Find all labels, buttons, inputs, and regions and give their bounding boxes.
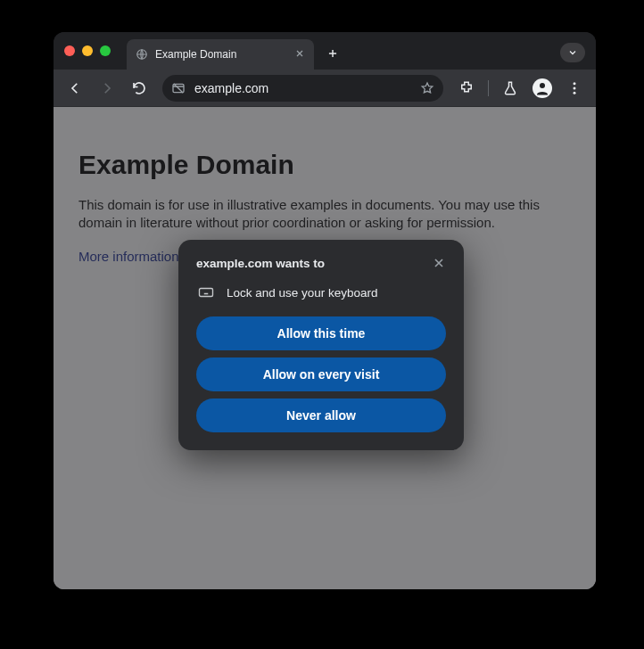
tab-title: Example Domain: [155, 48, 287, 61]
toolbar: example.com: [54, 70, 596, 107]
dialog-close-button[interactable]: [432, 256, 446, 270]
menu-button[interactable]: [560, 74, 589, 103]
forward-button[interactable]: [93, 74, 121, 103]
extensions-button[interactable]: [452, 74, 481, 103]
permission-text: Lock and use your keyboard: [227, 286, 378, 300]
allow-once-button[interactable]: Allow this time: [196, 316, 446, 350]
keyboard-icon: [198, 284, 214, 300]
svg-point-2: [540, 83, 545, 88]
toolbar-divider: [488, 80, 489, 96]
browser-window: Example Domain example.com: [54, 32, 596, 589]
new-tab-button[interactable]: [321, 42, 344, 65]
titlebar: Example Domain: [54, 32, 596, 70]
tab-overflow-button[interactable]: [560, 43, 585, 62]
globe-icon: [136, 48, 148, 61]
permission-row: Lock and use your keyboard: [198, 284, 446, 300]
svg-rect-6: [200, 289, 213, 297]
window-close-button[interactable]: [64, 45, 75, 56]
labs-button[interactable]: [496, 74, 524, 103]
permission-dialog: example.com wants to Lock and use your k…: [178, 240, 464, 450]
window-minimize-button[interactable]: [82, 45, 93, 56]
traffic-lights: [64, 45, 111, 56]
site-info-icon[interactable]: [171, 81, 186, 95]
window-maximize-button[interactable]: [100, 45, 111, 56]
svg-point-3: [574, 82, 576, 85]
allow-always-button[interactable]: Allow on every visit: [196, 357, 446, 391]
tab-close-button[interactable]: [294, 47, 305, 62]
svg-point-5: [574, 91, 576, 94]
bookmark-star-icon[interactable]: [420, 81, 434, 95]
browser-tab[interactable]: Example Domain: [127, 39, 314, 70]
svg-point-4: [574, 86, 576, 89]
profile-button[interactable]: [528, 74, 557, 103]
dialog-title: example.com wants to: [196, 257, 325, 270]
reload-button[interactable]: [125, 74, 153, 103]
address-url: example.com: [194, 81, 411, 95]
address-bar[interactable]: example.com: [162, 75, 443, 102]
never-allow-button[interactable]: Never allow: [196, 398, 446, 432]
back-button[interactable]: [61, 74, 89, 103]
